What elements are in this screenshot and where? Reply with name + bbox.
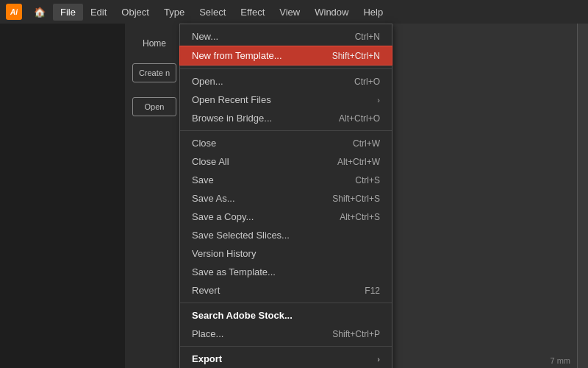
- menu-view[interactable]: View: [272, 4, 307, 21]
- menu-item-new[interactable]: New... Ctrl+N: [180, 27, 392, 46]
- menu-item-version-history[interactable]: Version History: [180, 244, 392, 263]
- divider-1: [180, 68, 392, 69]
- home-icon[interactable]: 🏠: [29, 1, 50, 22]
- menu-window[interactable]: Window: [307, 4, 356, 21]
- menu-item-save-as[interactable]: Save As... Shift+Ctrl+S: [180, 189, 392, 208]
- menu-item-open-recent[interactable]: Open Recent Files ›: [180, 91, 392, 109]
- divider-3: [180, 302, 392, 303]
- bottom-status-bar: 7 mm: [548, 353, 574, 368]
- file-dropdown-menu: New... Ctrl+N New from Template... Shift…: [179, 24, 392, 368]
- menu-item-new-from-template[interactable]: New from Template... Shift+Ctrl+N: [179, 46, 392, 66]
- menu-item-save-slices[interactable]: Save Selected Slices...: [180, 226, 392, 244]
- left-sidebar: Home Create n Open: [125, 24, 184, 368]
- menu-item-save-template[interactable]: Save as Template...: [180, 263, 392, 281]
- menu-type[interactable]: Type: [157, 4, 192, 21]
- menu-bar: Ai 🏠 File Edit Object Type Select Effect…: [0, 0, 588, 24]
- menu-object[interactable]: Object: [114, 4, 157, 21]
- menu-select[interactable]: Select: [192, 4, 233, 21]
- divider-4: [180, 346, 392, 347]
- menu-item-save-copy[interactable]: Save a Copy... Alt+Ctrl+S: [180, 208, 392, 226]
- menu-item-save[interactable]: Save Ctrl+S: [180, 171, 392, 189]
- ruler-right: [577, 24, 588, 368]
- menu-item-revert[interactable]: Revert F12: [180, 281, 392, 300]
- menu-item-open[interactable]: Open... Ctrl+O: [180, 72, 392, 91]
- menu-item-search-stock[interactable]: Search Adobe Stock...: [180, 306, 392, 325]
- create-new-button[interactable]: Create n: [132, 63, 176, 82]
- menu-item-close[interactable]: Close Ctrl+W: [180, 134, 392, 152]
- menu-help[interactable]: Help: [356, 4, 390, 21]
- divider-2: [180, 130, 392, 131]
- ai-logo: Ai: [6, 4, 22, 20]
- menu-item-place[interactable]: Place... Shift+Ctrl+P: [180, 325, 392, 343]
- home-button[interactable]: Home: [143, 38, 166, 49]
- menu-effect[interactable]: Effect: [233, 4, 272, 21]
- menu-item-close-all[interactable]: Close All Alt+Ctrl+W: [180, 152, 392, 171]
- menu-item-browse-bridge[interactable]: Browse in Bridge... Alt+Ctrl+O: [180, 109, 392, 127]
- menu-file[interactable]: File: [53, 4, 83, 21]
- menu-edit[interactable]: Edit: [83, 4, 114, 21]
- menu-item-export[interactable]: Export ›: [180, 350, 392, 368]
- open-button[interactable]: Open: [132, 97, 176, 116]
